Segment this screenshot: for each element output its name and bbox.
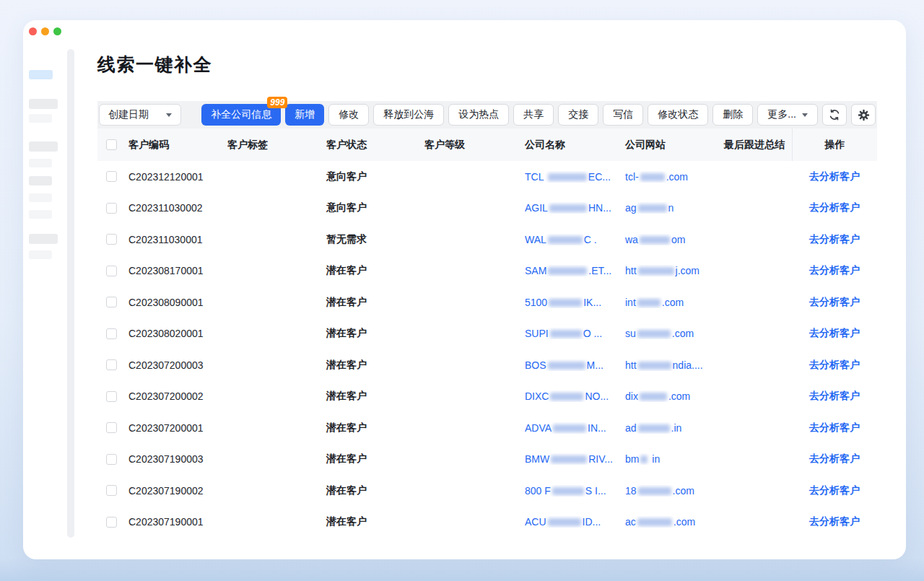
toolbar-button[interactable]: 修改状态 bbox=[648, 104, 708, 126]
settings-button[interactable] bbox=[851, 104, 876, 126]
cell-company-website[interactable]: tcl-.com bbox=[625, 171, 724, 183]
column-header-company-name[interactable]: 公司名称 bbox=[525, 139, 625, 152]
analyze-customer-link[interactable]: 去分析客户 bbox=[809, 515, 860, 528]
add-new-button[interactable]: 新增 bbox=[285, 104, 324, 126]
cell-company-website[interactable]: int.com bbox=[625, 297, 724, 308]
toolbar-button[interactable]: 修改 bbox=[328, 104, 369, 126]
column-header-company-website[interactable]: 公司网站 bbox=[625, 139, 724, 152]
cell-company-name[interactable]: BOSM... bbox=[525, 359, 625, 371]
cell-company-website[interactable]: httj.com bbox=[625, 265, 724, 276]
table-row: C202307190003 潜在客户 BMWRIV... bm in 去分析客户 bbox=[97, 444, 877, 476]
cell-company-name[interactable]: ADVAIN... bbox=[525, 422, 625, 434]
zoom-window-button[interactable] bbox=[53, 27, 61, 35]
cell-company-website[interactable]: ac.com bbox=[625, 516, 724, 528]
analyze-customer-link[interactable]: 去分析客户 bbox=[809, 359, 860, 372]
more-button[interactable]: 更多... bbox=[757, 104, 818, 126]
table-row: C202308090001 潜在客户 5100IK... int.com 去分析… bbox=[97, 287, 877, 318]
analyze-customer-link[interactable]: 去分析客户 bbox=[809, 453, 860, 466]
redacted-text bbox=[638, 424, 670, 432]
cell-company-name[interactable]: WALC . bbox=[525, 234, 625, 245]
table-row: C202311030001 暂无需求 WALC . waom 去分析客户 bbox=[97, 224, 877, 255]
row-checkbox[interactable] bbox=[106, 171, 117, 182]
sidebar-skeleton-item bbox=[29, 159, 52, 167]
sidebar-skeleton-item-active[interactable] bbox=[29, 70, 53, 79]
cell-company-name[interactable]: DIXCNO... bbox=[525, 390, 625, 402]
redacted-text bbox=[552, 487, 584, 495]
refresh-button[interactable] bbox=[822, 104, 847, 126]
cell-customer-status: 意向客户 bbox=[326, 170, 424, 183]
cell-customer-code: C202311030002 bbox=[128, 202, 227, 214]
row-checkbox[interactable] bbox=[106, 485, 117, 496]
toolbar-button[interactable]: 设为热点 bbox=[448, 104, 509, 126]
analyze-customer-link[interactable]: 去分析客户 bbox=[809, 233, 860, 246]
cell-company-name[interactable]: ACUID... bbox=[525, 516, 625, 528]
row-checkbox[interactable] bbox=[106, 454, 117, 465]
column-header-customer-code[interactable]: 客户编码 bbox=[128, 139, 227, 152]
row-checkbox[interactable] bbox=[106, 266, 117, 276]
cell-customer-code: C202311030001 bbox=[128, 234, 227, 245]
row-checkbox[interactable] bbox=[106, 517, 117, 528]
redacted-text bbox=[548, 267, 587, 275]
row-checkbox[interactable] bbox=[106, 203, 117, 214]
sidebar-skeleton-item bbox=[29, 234, 58, 244]
chevron-down-icon bbox=[802, 113, 808, 120]
toolbar-button[interactable]: 写信 bbox=[603, 104, 643, 126]
redacted-text bbox=[638, 204, 667, 212]
cell-company-website[interactable]: httndia.... bbox=[625, 359, 724, 371]
cell-company-name[interactable]: 5100IK... bbox=[525, 297, 625, 308]
row-checkbox[interactable] bbox=[106, 422, 117, 433]
column-header-customer-level[interactable]: 客户等级 bbox=[424, 139, 525, 152]
cell-company-name[interactable]: BMWRIV... bbox=[525, 453, 625, 465]
cell-customer-code: C202307190001 bbox=[128, 516, 227, 528]
row-checkbox[interactable] bbox=[106, 328, 117, 339]
table-row: C202312120001 意向客户 TCL EC... tcl-.com 去分… bbox=[97, 161, 877, 193]
cell-customer-status: 暂无需求 bbox=[326, 233, 424, 246]
analyze-customer-link[interactable]: 去分析客户 bbox=[809, 264, 860, 277]
cell-company-website[interactable]: bm in bbox=[625, 453, 724, 465]
cell-company-name[interactable]: SAM.ET... bbox=[525, 265, 625, 276]
cell-company-website[interactable]: su.com bbox=[625, 328, 724, 339]
cell-customer-code: C202308020001 bbox=[128, 328, 227, 339]
cell-company-website[interactable]: dix.com bbox=[625, 390, 724, 402]
analyze-customer-link[interactable]: 去分析客户 bbox=[809, 390, 860, 403]
cell-company-name[interactable]: 800 FS I... bbox=[525, 485, 625, 497]
column-header-customer-status[interactable]: 客户状态 bbox=[326, 139, 424, 152]
create-date-filter-dropdown[interactable]: 创建日期 bbox=[99, 104, 181, 126]
redacted-text bbox=[637, 330, 671, 338]
column-header-last-followup[interactable]: 最后跟进总结 bbox=[724, 139, 792, 152]
toolbar-button[interactable]: 交接 bbox=[558, 104, 598, 126]
create-date-filter-label: 创建日期 bbox=[108, 108, 149, 121]
select-all-checkbox[interactable] bbox=[106, 139, 117, 150]
cell-customer-status: 潜在客户 bbox=[326, 390, 424, 403]
cell-company-name[interactable]: AGILHN... bbox=[525, 202, 625, 214]
cell-company-name[interactable]: SUPIO ... bbox=[525, 328, 625, 339]
toolbar-button[interactable]: 释放到公海 bbox=[373, 104, 444, 126]
table-row: C202307200001 潜在客户 ADVAIN... ad.in 去分析客户 bbox=[97, 412, 877, 444]
cell-company-website[interactable]: agn bbox=[625, 202, 724, 214]
minimize-window-button[interactable] bbox=[41, 27, 49, 35]
table-row: C202307200003 潜在客户 BOSM... httndia.... 去… bbox=[97, 349, 877, 381]
row-checkbox[interactable] bbox=[106, 234, 117, 245]
redacted-text bbox=[638, 267, 674, 275]
cell-customer-status: 潜在客户 bbox=[326, 484, 424, 497]
analyze-customer-link[interactable]: 去分析客户 bbox=[809, 421, 860, 434]
row-checkbox[interactable] bbox=[106, 391, 117, 402]
row-checkbox[interactable] bbox=[106, 359, 117, 370]
analyze-customer-link[interactable]: 去分析客户 bbox=[809, 484, 860, 497]
toolbar-button[interactable]: 共享 bbox=[513, 104, 554, 126]
analyze-customer-link[interactable]: 去分析客户 bbox=[809, 201, 860, 214]
column-header-customer-tags[interactable]: 客户标签 bbox=[227, 139, 326, 152]
credits-badge: 999 bbox=[267, 97, 287, 108]
row-checkbox[interactable] bbox=[106, 297, 117, 307]
cell-company-website[interactable]: 18.com bbox=[625, 485, 724, 497]
redacted-text bbox=[640, 236, 670, 244]
close-window-button[interactable] bbox=[29, 27, 37, 35]
analyze-customer-link[interactable]: 去分析客户 bbox=[809, 170, 860, 183]
cell-company-website[interactable]: waom bbox=[625, 234, 724, 245]
toolbar-button[interactable]: 删除 bbox=[712, 104, 753, 126]
analyze-customer-link[interactable]: 去分析客户 bbox=[809, 327, 860, 340]
analyze-customer-link[interactable]: 去分析客户 bbox=[809, 296, 860, 309]
cell-customer-code: C202307190002 bbox=[128, 485, 227, 497]
cell-company-website[interactable]: ad.in bbox=[625, 422, 724, 434]
cell-company-name[interactable]: TCL EC... bbox=[525, 171, 625, 183]
